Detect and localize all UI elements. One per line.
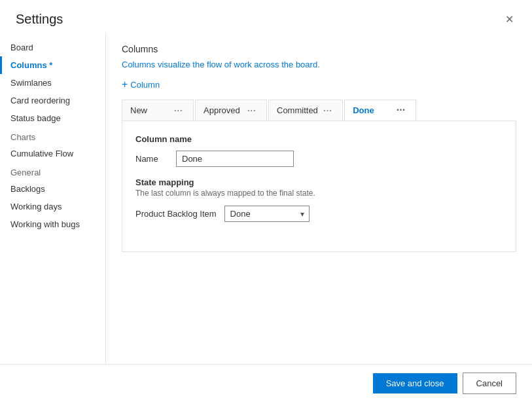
sidebar-item-status-badge[interactable]: Status badge (0, 109, 105, 127)
sidebar-section-general: General (0, 162, 105, 180)
sidebar-item-swimlanes[interactable]: Swimlanes (0, 74, 105, 92)
dialog-footer: Save and close Cancel (0, 364, 532, 402)
close-button[interactable]: ✕ (500, 10, 519, 28)
columns-description: Columns visualize the flow of work acros… (122, 60, 516, 69)
sidebar-item-backlogs[interactable]: Backlogs (0, 180, 105, 198)
tab-done-menu-icon[interactable]: ··· (397, 104, 405, 116)
column-name-input[interactable] (176, 151, 294, 167)
tab-new-menu-icon[interactable]: ··· (174, 105, 183, 117)
sidebar-item-board[interactable]: Board (0, 39, 105, 56)
save-and-close-button[interactable]: Save and close (373, 373, 457, 393)
plus-icon: + (122, 79, 128, 90)
state-mapping-title: State mapping (135, 177, 503, 187)
tab-committed-menu-icon[interactable]: ··· (323, 105, 332, 117)
product-backlog-row: Product Backlog Item Done Active New Res… (135, 206, 503, 222)
column-name-row: Name (135, 151, 503, 167)
cancel-button[interactable]: Cancel (463, 373, 516, 394)
dialog-header: Settings ✕ (0, 0, 532, 33)
dialog-body: Board Columns * Swimlanes Card reorderin… (0, 33, 532, 364)
column-tabs: New ··· Approved ··· Committed ··· Done … (122, 100, 516, 121)
sidebar-item-working-with-bugs[interactable]: Working with bugs (0, 215, 105, 233)
section-title: Columns (122, 44, 516, 54)
state-mapping-desc: The last column is always mapped to the … (135, 189, 503, 198)
sidebar-section-charts: Charts (0, 127, 105, 145)
add-column-button[interactable]: + Column (122, 79, 160, 90)
main-content: Columns Columns visualize the flow of wo… (106, 33, 532, 364)
sidebar-item-cumulative-flow[interactable]: Cumulative Flow (0, 145, 105, 162)
product-backlog-label: Product Backlog Item (135, 209, 217, 219)
tab-approved-menu-icon[interactable]: ··· (247, 105, 256, 117)
tab-done[interactable]: Done ··· (344, 100, 416, 120)
tab-committed[interactable]: Committed ··· (268, 100, 343, 120)
name-label: Name (135, 154, 168, 164)
sidebar: Board Columns * Swimlanes Card reorderin… (0, 33, 106, 364)
sidebar-item-columns[interactable]: Columns * (0, 56, 105, 74)
column-name-section-title: Column name (135, 134, 503, 144)
sidebar-item-working-days[interactable]: Working days (0, 198, 105, 215)
product-backlog-select-wrapper: Done Active New Resolved Closed (224, 206, 310, 222)
product-backlog-select[interactable]: Done Active New Resolved Closed (224, 206, 310, 222)
sidebar-item-card-reordering[interactable]: Card reordering (0, 92, 105, 109)
column-detail-panel: Column name Name State mapping The last … (122, 121, 516, 252)
tab-approved[interactable]: Approved ··· (195, 100, 267, 120)
dialog-title: Settings (16, 12, 63, 27)
settings-dialog: Settings ✕ Board Columns * Swimlanes Car… (0, 0, 532, 402)
tab-new[interactable]: New ··· (122, 100, 194, 120)
